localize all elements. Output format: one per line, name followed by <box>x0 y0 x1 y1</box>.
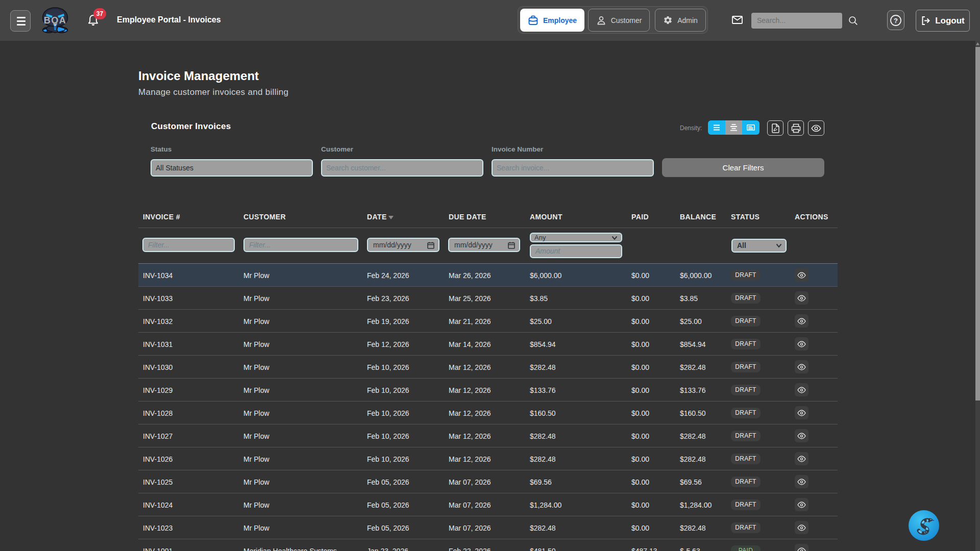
svg-text:BOA: BOA <box>44 15 67 26</box>
svg-text:?: ? <box>894 16 898 24</box>
